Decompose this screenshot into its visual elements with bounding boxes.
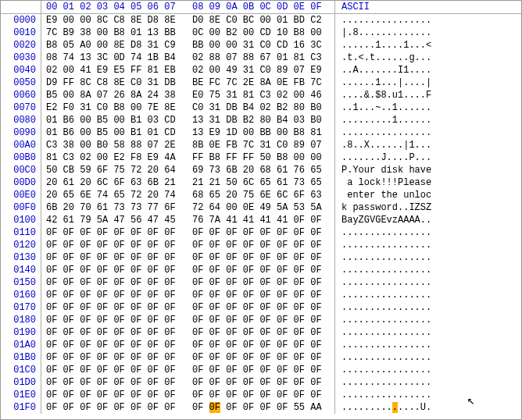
hex-bytes-left[interactable]: B5 00 8A 07 26 8A 24 38 <box>41 89 184 101</box>
hex-row[interactable]: 01200F 0F 0F 0F 0F 0F 0F 0F0F 0F 0F 0F 0… <box>1 239 521 251</box>
hex-row[interactable]: 01E00F 0F 0F 0F 0F 0F 0F 0F0F 0F 0F 0F 0… <box>1 389 521 401</box>
hex-bytes-right[interactable]: E0 75 31 81 C3 02 00 46 <box>192 89 335 101</box>
hex-row[interactable]: 0070E2 F0 31 C0 B8 00 7E 8EC0 31 DB B4 0… <box>1 101 521 114</box>
hex-row[interactable]: 01300F 0F 0F 0F 0F 0F 0F 0F0F 0F 0F 0F 0… <box>1 251 521 264</box>
hex-row[interactable]: 00F06B 20 70 61 73 73 77 6F72 64 00 0E 4… <box>1 201 521 214</box>
hex-bytes-left[interactable]: 20 61 20 6C 6F 63 6B 21 <box>41 176 184 189</box>
hex-row[interactable]: 01400F 0F 0F 0F 0F 0F 0F 0F0F 0F 0F 0F 0… <box>1 264 521 276</box>
hex-bytes-right[interactable]: 0F 0F 0F 0F 0F 0F 0F 0F <box>192 301 335 314</box>
ascii-cell[interactable]: k password..IZSZ <box>335 201 431 214</box>
hex-bytes-left[interactable]: D9 FF 8C C8 8E C0 31 DB <box>41 77 184 89</box>
ascii-cell[interactable]: P.Your disk have <box>335 164 431 176</box>
hex-bytes-left[interactable]: 02 00 41 E9 E5 FF 81 EB <box>41 64 184 77</box>
hex-row[interactable]: 01500F 0F 0F 0F 0F 0F 0F 0F0F 0F 0F 0F 0… <box>1 276 521 289</box>
hex-bytes-right[interactable]: 69 73 6B 20 68 61 76 65 <box>192 164 335 176</box>
ascii-cell[interactable]: ................ <box>335 126 431 139</box>
hex-row[interactable]: 01800F 0F 0F 0F 0F 0F 0F 0F0F 0F 0F 0F 0… <box>1 314 521 326</box>
hex-bytes-right[interactable]: 0F 0F 0F 0F 0F 0F 0F 0F <box>192 314 335 326</box>
hex-bytes-left[interactable]: E2 F0 31 C0 B8 00 7E 8E <box>41 101 184 114</box>
hex-row[interactable]: 009001 B6 00 B5 00 B1 01 CD13 E9 1D 00 B… <box>1 126 521 139</box>
hex-row[interactable]: 010042 61 79 5A 47 56 47 4576 7A 41 41 4… <box>1 214 521 226</box>
hex-bytes-left[interactable]: 81 C3 02 00 E2 F8 E9 4A <box>41 151 184 164</box>
hex-row[interactable]: 01700F 0F 0F 0F 0F 0F 0F 0F0F 0F 0F 0F 0… <box>1 301 521 314</box>
hex-bytes-left[interactable]: 01 B6 00 B5 00 B1 03 CD <box>41 114 184 126</box>
hex-bytes-left[interactable]: 0F 0F 0F 0F 0F 0F 0F 0F <box>41 376 184 389</box>
ascii-cell[interactable]: ..............U. <box>335 401 431 414</box>
hex-bytes-left[interactable]: 20 65 6E 74 65 72 20 74 <box>41 189 184 201</box>
hex-bytes-right[interactable]: 0F 0F 0F 0F 0F 0F 0F 0F <box>192 239 335 251</box>
hex-bytes-right[interactable]: 02 88 07 88 67 01 81 C3 <box>192 52 335 64</box>
ascii-cell[interactable]: a lock!!!Please <box>335 176 431 189</box>
hex-bytes-right[interactable]: C0 31 DB B4 02 B2 80 B0 <box>192 101 335 114</box>
hex-bytes-left[interactable]: 0F 0F 0F 0F 0F 0F 0F 0F <box>41 226 184 239</box>
hex-bytes-right[interactable]: 13 E9 1D 00 BB 00 B8 81 <box>192 126 335 139</box>
ascii-cell[interactable]: ................ <box>335 389 431 401</box>
hex-bytes-left[interactable]: 0F 0F 0F 0F 0F 0F 0F 0F <box>41 289 184 301</box>
hex-row[interactable]: 004002 00 41 E9 E5 FF 81 EB02 00 49 31 C… <box>1 64 521 77</box>
ascii-cell[interactable]: ................ <box>335 14 431 27</box>
hex-bytes-right[interactable]: 21 21 50 6C 65 61 73 65 <box>192 176 335 189</box>
hex-row[interactable]: 0050D9 FF 8C C8 8E C0 31 DBBE FC 7C 2E 8… <box>1 77 521 89</box>
hex-bytes-right[interactable]: 8B 0E FB 7C 31 C0 89 07 <box>192 139 335 151</box>
hex-row[interactable]: 0000E9 00 00 8C C8 8E D8 8ED0 8E C0 BC 0… <box>1 14 521 27</box>
selected-ascii[interactable]: . <box>392 402 398 413</box>
hex-bytes-right[interactable]: 0F 0F 0F 0F 0F 0F 0F 0F <box>192 339 335 351</box>
ascii-cell[interactable]: .8..X......|1... <box>335 139 431 151</box>
ascii-cell[interactable]: ....&.$8.u1....F <box>335 89 431 101</box>
hex-bytes-left[interactable]: 7C B9 38 00 B8 01 13 BB <box>41 27 184 39</box>
ascii-cell[interactable]: ................ <box>335 301 431 314</box>
hex-bytes-right[interactable]: 0F 0F 0F 0F 0F 0F 0F 0F <box>192 289 335 301</box>
ascii-cell[interactable]: ................ <box>335 364 431 376</box>
selected-byte[interactable]: 0F <box>209 402 220 413</box>
ascii-cell[interactable]: ..1...~..1...... <box>335 101 431 114</box>
ascii-cell[interactable]: .......J....P... <box>335 151 431 164</box>
hex-bytes-right[interactable]: 0F 0F 0F 0F 0F 0F 0F 0F <box>192 389 335 401</box>
hex-bytes-left[interactable]: 0F 0F 0F 0F 0F 0F 0F 0F <box>41 339 184 351</box>
hex-bytes-left[interactable]: 50 CB 59 6F 75 72 20 64 <box>41 164 184 176</box>
ascii-cell[interactable]: ......1...|....| <box>335 77 431 89</box>
hex-bytes-right[interactable]: 02 00 49 31 C0 89 07 E9 <box>192 64 335 77</box>
ascii-cell[interactable]: ......1....1...< <box>335 39 431 52</box>
ascii-cell[interactable]: .........1...... <box>335 114 431 126</box>
hex-bytes-right[interactable]: 13 31 DB B2 80 B4 03 B0 <box>192 114 335 126</box>
hex-bytes-right[interactable]: 72 64 00 0E 49 5A 53 5A <box>192 201 335 214</box>
hex-row[interactable]: 01600F 0F 0F 0F 0F 0F 0F 0F0F 0F 0F 0F 0… <box>1 289 521 301</box>
hex-row[interactable]: 00107C B9 38 00 B8 01 13 BB0C 00 B2 00 C… <box>1 27 521 39</box>
hex-bytes-left[interactable]: 6B 20 70 61 73 73 77 6F <box>41 201 184 214</box>
hex-bytes-left[interactable]: 0F 0F 0F 0F 0F 0F 0F 0F <box>41 264 184 276</box>
hex-bytes-right[interactable]: BB 00 00 31 C0 CD 16 3C <box>192 39 335 52</box>
hex-bytes-left[interactable]: B8 05 A0 00 8E D8 31 C9 <box>41 39 184 52</box>
hex-row[interactable]: 01C00F 0F 0F 0F 0F 0F 0F 0F0F 0F 0F 0F 0… <box>1 364 521 376</box>
ascii-cell[interactable]: ................ <box>335 339 431 351</box>
hex-bytes-right[interactable]: 0F 0F 0F 0F 0F 0F 0F 0F <box>192 351 335 364</box>
hex-row[interactable]: 00A0C3 38 00 B0 58 88 07 2E8B 0E FB 7C 3… <box>1 139 521 151</box>
hex-row[interactable]: 01100F 0F 0F 0F 0F 0F 0F 0F0F 0F 0F 0F 0… <box>1 226 521 239</box>
hex-bytes-right[interactable]: 0F 0F 0F 0F 0F 0F 0F 0F <box>192 326 335 339</box>
ascii-cell[interactable]: ..A.......I1.... <box>335 64 431 77</box>
ascii-cell[interactable]: |.8............. <box>335 27 431 39</box>
hex-row[interactable]: 003008 74 13 3C 0D 74 1B B402 88 07 88 6… <box>1 52 521 64</box>
hex-bytes-right[interactable]: 0F 0F 0F 0F 0F 0F 0F 0F <box>192 364 335 376</box>
ascii-cell[interactable]: ................ <box>335 289 431 301</box>
hex-bytes-left[interactable]: 0F 0F 0F 0F 0F 0F 0F 0F <box>41 251 184 264</box>
hex-bytes-left[interactable]: 08 74 13 3C 0D 74 1B B4 <box>41 52 184 64</box>
ascii-cell[interactable]: ................ <box>335 351 431 364</box>
hex-bytes-right[interactable]: FF B8 FF FF 50 B8 00 00 <box>192 151 335 164</box>
ascii-cell[interactable]: ................ <box>335 314 431 326</box>
hex-bytes-left[interactable]: 0F 0F 0F 0F 0F 0F 0F 0F <box>41 326 184 339</box>
hex-bytes-right[interactable]: BE FC 7C 2E 8A 0E FB 7C <box>192 77 335 89</box>
hex-bytes-right[interactable]: 0F 0F 0F 0F 0F 0F 0F 0F <box>192 276 335 289</box>
hex-bytes-left[interactable]: 0F 0F 0F 0F 0F 0F 0F 0F <box>41 401 184 414</box>
ascii-cell[interactable]: BayZGVGEvzAAAA.. <box>335 214 431 226</box>
ascii-cell[interactable]: ................ <box>335 226 431 239</box>
hex-bytes-left[interactable]: 01 B6 00 B5 00 B1 01 CD <box>41 126 184 139</box>
hex-bytes-left[interactable]: 42 61 79 5A 47 56 47 45 <box>41 214 184 226</box>
hex-row[interactable]: 01D00F 0F 0F 0F 0F 0F 0F 0F0F 0F 0F 0F 0… <box>1 376 521 389</box>
hex-row[interactable]: 00D020 61 20 6C 6F 63 6B 2121 21 50 6C 6… <box>1 176 521 189</box>
hex-bytes-left[interactable]: C3 38 00 B0 58 88 07 2E <box>41 139 184 151</box>
hex-bytes-right[interactable]: 0F 0F 0F 0F 0F 0F 55 AA <box>192 401 335 414</box>
hex-row[interactable]: 01900F 0F 0F 0F 0F 0F 0F 0F0F 0F 0F 0F 0… <box>1 326 521 339</box>
hex-bytes-left[interactable]: 0F 0F 0F 0F 0F 0F 0F 0F <box>41 239 184 251</box>
ascii-cell[interactable]: .t.<.t......g... <box>335 52 431 64</box>
hex-bytes-left[interactable]: 0F 0F 0F 0F 0F 0F 0F 0F <box>41 301 184 314</box>
